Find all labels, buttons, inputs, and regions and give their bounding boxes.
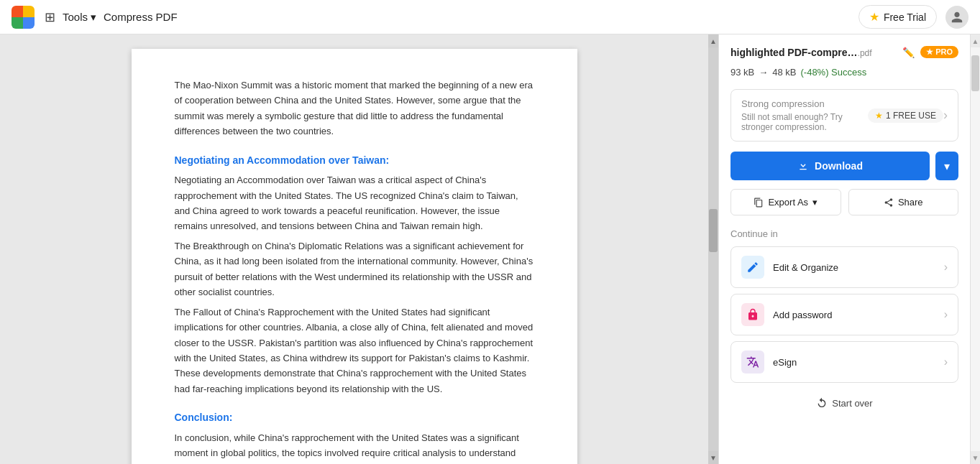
main-content: The Mao-Nixon Summit was a historic mome… — [0, 34, 980, 464]
scroll-thumb[interactable] — [709, 209, 718, 252]
logo-q4 — [23, 17, 35, 29]
right-panel-scrollbar[interactable]: ▲ ▼ — [970, 34, 980, 464]
size-original: 93 kB — [731, 67, 754, 78]
pdf-para-fallout: The Fallout of China's Rapprochement wit… — [175, 305, 534, 397]
pdf-intro-text: The Mao-Nixon Summit was a historic mome… — [175, 78, 534, 139]
download-button[interactable]: Download — [731, 152, 930, 180]
pdf-para-diplomatic: The Breakthrough on China's Diplomatic R… — [175, 238, 534, 300]
size-arrow-icon: → — [759, 67, 768, 78]
pdf-heading-conclusion: Conclusion: — [175, 409, 534, 425]
compression-subtitle: Still not small enough? Try stronger com… — [741, 112, 868, 132]
continue-label: Continue in — [731, 228, 958, 239]
start-over-button[interactable]: Start over — [816, 397, 872, 409]
pdf-para-taiwan: Negotiating an Accommodation over Taiwan… — [175, 172, 534, 234]
download-dropdown-button[interactable]: ▾ — [935, 152, 958, 180]
scroll-up-arrow[interactable]: ▲ — [708, 34, 718, 47]
size-new: 48 kB — [772, 67, 796, 78]
rp-scroll-down-arrow[interactable]: ▼ — [971, 451, 980, 464]
edit-organize-label: Edit & Organize — [773, 262, 935, 273]
add-password-icon — [741, 303, 764, 326]
pdf-para-conclusion: In conclusion, while China's rapprocheme… — [175, 430, 534, 464]
badge-star-icon: ★ — [875, 111, 883, 121]
app-logo — [12, 6, 35, 29]
action-row: Export As ▾ Share — [731, 189, 958, 215]
dropdown-chevron-icon: ▾ — [944, 159, 950, 173]
download-section: Download ▾ — [731, 152, 958, 180]
export-button[interactable]: Export As ▾ — [731, 189, 841, 215]
compression-info: Strong compression Still not small enoug… — [741, 98, 868, 132]
compression-badge: ★ 1 FREE USE — [868, 108, 943, 123]
free-trial-button[interactable]: ★ Free Trial — [858, 5, 937, 29]
logo-q3 — [12, 17, 23, 29]
logo-q1 — [12, 6, 23, 17]
compression-title: Strong compression — [741, 98, 868, 109]
rp-scroll-track — [971, 47, 980, 451]
start-over-label: Start over — [832, 398, 872, 409]
edit-organize-chevron-icon: › — [944, 261, 948, 274]
pdf-heading-taiwan: Negotiating an Accommodation over Taiwan… — [175, 152, 534, 168]
scroll-down-arrow[interactable]: ▼ — [708, 451, 718, 464]
continue-password-item[interactable]: Add password › — [731, 294, 958, 335]
download-label: Download — [815, 160, 863, 172]
panel-inner: highlighted PDF-compre….pdf ✏️ ★ PRO 93 … — [719, 34, 970, 464]
continue-esign-item[interactable]: eSign › — [731, 341, 958, 383]
share-icon — [884, 198, 894, 208]
share-button[interactable]: Share — [848, 189, 959, 215]
star-icon: ★ — [869, 10, 879, 24]
pro-badge: ★ PRO — [920, 46, 958, 58]
header-right: ★ Free Trial — [858, 5, 968, 29]
file-size-row: 93 kB → 48 kB (-48%) Success — [731, 67, 958, 78]
edit-organize-icon — [741, 256, 764, 279]
compression-badge-label: 1 FREE USE — [886, 111, 936, 121]
add-password-label: Add password — [773, 310, 935, 320]
right-panel-wrapper: highlighted PDF-compre….pdf ✏️ ★ PRO 93 … — [718, 34, 980, 464]
tools-button[interactable]: Tools ▾ — [63, 11, 96, 24]
export-chevron-icon: ▾ — [812, 197, 818, 208]
compression-option[interactable]: Strong compression Still not small enoug… — [731, 89, 958, 141]
share-label: Share — [898, 197, 923, 208]
add-password-chevron-icon: › — [944, 308, 948, 321]
grid-icon[interactable]: ⊞ — [45, 9, 55, 25]
edit-filename-icon[interactable]: ✏️ — [902, 47, 915, 58]
pdf-content-area[interactable]: The Mao-Nixon Summit was a historic mome… — [0, 34, 708, 464]
free-trial-label: Free Trial — [884, 11, 926, 23]
export-label: Export As — [768, 197, 808, 208]
header-left: ⊞ Tools ▾ Compress PDF — [12, 6, 178, 29]
page-title: Compress PDF — [104, 11, 178, 23]
rp-scroll-up-arrow[interactable]: ▲ — [971, 34, 980, 47]
rp-scroll-thumb[interactable] — [971, 55, 979, 91]
header: ⊞ Tools ▾ Compress PDF ★ Free Trial — [0, 0, 980, 34]
size-reduction: (-48%) Success — [801, 67, 867, 78]
download-icon — [797, 160, 809, 172]
user-avatar[interactable] — [945, 6, 968, 29]
logo-q2 — [23, 6, 35, 17]
scroll-track — [708, 47, 718, 451]
start-over-icon — [816, 397, 828, 409]
file-info: highlighted PDF-compre….pdf ✏️ ★ PRO — [731, 46, 958, 58]
pdf-page: The Mao-Nixon Summit was a historic mome… — [132, 49, 577, 464]
right-panel: highlighted PDF-compre….pdf ✏️ ★ PRO 93 … — [718, 34, 970, 464]
file-name: highlighted PDF-compre….pdf — [731, 47, 897, 58]
pdf-scrollbar[interactable]: ▲ ▼ — [708, 34, 718, 464]
esign-icon — [741, 351, 764, 373]
file-name-text: highlighted PDF-compre… — [731, 47, 858, 58]
tools-label: Tools — [63, 11, 88, 23]
compression-chevron-icon: › — [943, 108, 948, 123]
continue-edit-item[interactable]: Edit & Organize › — [731, 246, 958, 288]
tools-chevron-icon: ▾ — [91, 11, 96, 24]
esign-label: eSign — [773, 357, 935, 368]
file-ext: .pdf — [858, 48, 872, 58]
esign-chevron-icon: › — [944, 356, 948, 368]
start-over-row: Start over — [731, 389, 958, 417]
export-icon — [754, 198, 764, 208]
pdf-viewer: The Mao-Nixon Summit was a historic mome… — [0, 34, 708, 464]
